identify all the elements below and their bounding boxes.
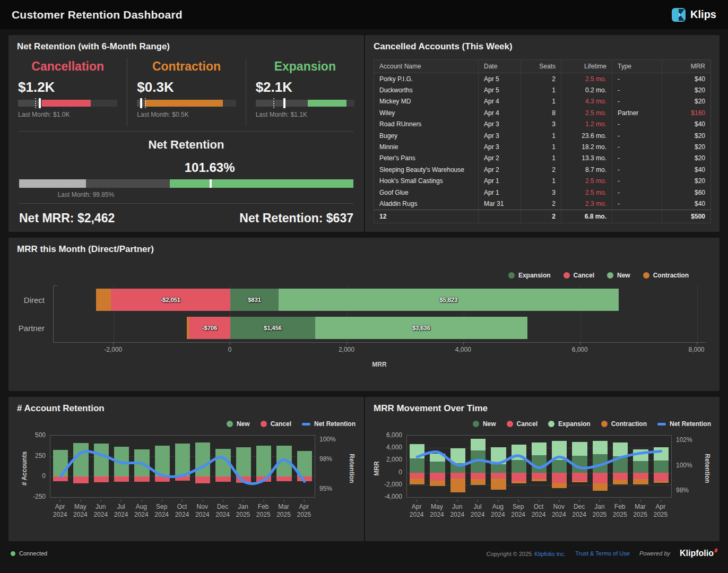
legend-item-new[interactable]: New xyxy=(607,272,630,279)
x-tick-label: Feb2025 xyxy=(613,503,627,519)
x-axis-ticks: Apr2024May2024Jun2024Jul2024Aug2024Sep20… xyxy=(50,500,315,518)
legend-item-cancel[interactable]: Cancel xyxy=(507,420,538,428)
cell-seats: 2 xyxy=(521,164,561,175)
gauge-value: $2.1K xyxy=(256,79,354,96)
copyright-text: Copyright © 2025 xyxy=(487,551,532,557)
table-row[interactable]: BugeyApr 3123.6 mo.-$20 xyxy=(374,130,710,141)
bar-value-label: -$706 xyxy=(189,325,230,331)
table-row[interactable]: Hook's Small CastingsApr 112.5 mo.-$20 xyxy=(374,176,710,187)
klipfolio-logo[interactable]: Klipfolio xyxy=(680,549,717,558)
net-summary-row: Net MRR: $2,462 Net Retention: $637 xyxy=(19,211,353,225)
x-label-part: 2024 xyxy=(450,511,464,519)
cell-mrr: $20 xyxy=(662,141,710,152)
category-label-partner: Partner xyxy=(19,324,45,333)
cell-date: Apr 1 xyxy=(478,176,521,187)
gauge-value: $1.2K xyxy=(18,79,117,96)
legend-item-expansion[interactable]: Expansion xyxy=(548,420,591,428)
page-title: Customer Retention Dashboard xyxy=(12,8,183,21)
cell-lifetime: 2.5 mo. xyxy=(561,187,612,198)
legend-item-net-retention[interactable]: Net Retention xyxy=(302,420,356,428)
net-retention-bar[interactable] xyxy=(19,179,353,188)
legend-dot-swatch-new xyxy=(227,421,233,427)
legend-dot-swatch-contraction xyxy=(643,272,649,279)
gauge-bar[interactable] xyxy=(256,100,354,107)
x-label-part: Apr xyxy=(653,503,668,511)
legend-item-expansion[interactable]: Expansion xyxy=(508,272,551,279)
cell-account-name: Peter's Pans xyxy=(374,153,478,164)
table-row[interactable]: DuckworthsApr 510.2 mo.-$20 xyxy=(374,84,710,96)
x-label-part: 2024 xyxy=(552,511,566,519)
x-label-part: Apr xyxy=(297,503,311,511)
cell-account-name: Wiley xyxy=(374,107,478,118)
bar-value-label: $1,456 xyxy=(230,325,315,331)
cell-seats: 1 xyxy=(521,96,561,107)
x-label-part: Dec xyxy=(215,503,230,511)
x-tick-label: -2,000 xyxy=(104,346,122,354)
net-seg-lightgray xyxy=(19,179,86,188)
gauge-contraction: Contraction$0.3KLast Month: $0.5K xyxy=(127,58,245,126)
table-row[interactable]: Road RUnnersApr 331.2 mo.-$40 xyxy=(374,119,710,130)
table-row[interactable]: Goof GlueApr 132.5 mo.-$60 xyxy=(374,187,710,198)
gauge-last-month: Last Month: $0.5K xyxy=(137,111,236,118)
cell-seats: 1 xyxy=(521,153,561,164)
bar-segment-expansion[interactable]: $1,456 xyxy=(230,317,315,339)
legend-item-net-retention[interactable]: Net Retention xyxy=(657,420,711,428)
gauge-bar[interactable] xyxy=(18,100,117,107)
cell-mrr: $40 xyxy=(662,73,710,84)
x-tick-label: 0 xyxy=(228,346,232,354)
x-label-part: Jun xyxy=(450,503,464,511)
right-axis-ticks: 100%98%95% xyxy=(319,435,351,498)
legend-label: New xyxy=(483,420,496,428)
x-label-part: 2025 xyxy=(276,511,291,519)
x-axis-ticks: -2,00002,0004,0006,0008,000 xyxy=(53,345,706,354)
cancelled-accounts-title: Cancelled Accounts (This Week) xyxy=(374,41,513,52)
table-row[interactable]: Peter's PansApr 2113.3 mo.-$20 xyxy=(374,153,710,164)
x-tick-label: Dec2024 xyxy=(572,503,586,519)
x-tick-label: Jun2024 xyxy=(450,503,464,519)
table-row[interactable]: Mickey MDApr 414.3 mo.-$20 xyxy=(374,96,710,107)
cell-seats: 8 xyxy=(521,107,561,118)
legend-item-contraction[interactable]: Contraction xyxy=(643,272,689,279)
bar-segment-contraction[interactable] xyxy=(96,289,110,311)
gauge-bar[interactable] xyxy=(137,100,236,107)
klips-brand[interactable]: Klips xyxy=(672,8,716,22)
bar-segment-new[interactable]: $5,823 xyxy=(279,289,618,311)
klipfolio-inc-link[interactable]: Klipfolio Inc. xyxy=(534,551,566,557)
bar-segment-cancel[interactable]: -$706 xyxy=(189,317,230,339)
legend-item-new[interactable]: New xyxy=(473,420,496,428)
powered-by-label: Powered by xyxy=(639,550,670,557)
table-row[interactable]: MinnieApr 3118.2 mo.-$20 xyxy=(374,141,710,152)
gauge-current-marker xyxy=(140,98,142,108)
legend-item-cancel[interactable]: Cancel xyxy=(564,272,594,279)
legend-item-cancel[interactable]: Cancel xyxy=(261,420,291,428)
bar-segment-expansion[interactable]: $831 xyxy=(230,289,279,311)
klips-logo-icon xyxy=(672,8,686,22)
y-tick-label-left: -4,000 xyxy=(384,493,402,500)
cell-seats: 2 xyxy=(521,73,561,84)
gridline xyxy=(697,285,698,342)
cell-account-name: Goof Glue xyxy=(374,187,478,198)
cell-mrr: $160 xyxy=(662,107,710,118)
line-overlay xyxy=(407,436,671,497)
x-label-part: Nov xyxy=(552,503,566,511)
terms-link[interactable]: Trust & Terms of Use xyxy=(575,550,630,557)
x-label-part: Jan xyxy=(593,503,607,511)
y-tick-label-right: 98% xyxy=(319,455,332,463)
table-row[interactable]: WileyApr 482.5 mo.Partner$160 xyxy=(374,107,710,118)
cell-lifetime: 8.7 mo. xyxy=(561,164,612,175)
table-row[interactable]: Sleeping Beauty's WarehouseApr 228.7 mo.… xyxy=(374,164,710,175)
bar-segment-contraction[interactable] xyxy=(187,317,189,339)
bar-segment-new[interactable]: $3,636 xyxy=(315,317,527,339)
table-row[interactable]: Aladdin RugsMar 3122.3 mo.-$40 xyxy=(374,198,710,209)
bar-segment-cancel[interactable]: -$2,051 xyxy=(111,289,230,311)
gauge-fill xyxy=(42,100,91,107)
cell-lifetime: 4.3 mo. xyxy=(561,96,612,107)
x-tick-label: 8,000 xyxy=(688,346,704,354)
legend-item-new[interactable]: New xyxy=(227,420,250,428)
table-row[interactable]: Porky P.I.G.Apr 522.5 mo.-$40 xyxy=(374,73,710,84)
x-tick-label: 4,000 xyxy=(455,346,471,354)
x-tick-label: Dec2024 xyxy=(215,503,230,519)
gauge-range-marker xyxy=(273,98,274,108)
legend-item-contraction[interactable]: Contraction xyxy=(601,420,647,428)
cell-lifetime: 13.3 mo. xyxy=(561,153,612,164)
